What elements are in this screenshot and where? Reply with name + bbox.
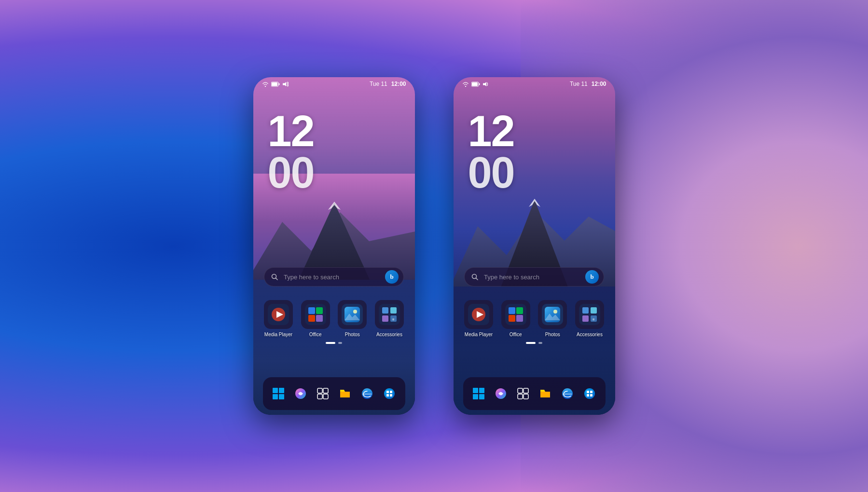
svg-rect-33	[317, 388, 322, 393]
status-time-right: Tue 11 12:00	[570, 81, 606, 87]
svg-point-83	[584, 388, 595, 399]
app-label-photos-left: Photos	[345, 332, 360, 337]
app-accessories-left[interactable]: ≡ Accessories	[373, 300, 405, 337]
svg-line-10	[276, 278, 278, 280]
taskbar-start2-right[interactable]	[580, 384, 599, 403]
taskbar-edge-left[interactable]	[358, 384, 376, 403]
app-media-player-left[interactable]: Media Player	[263, 300, 294, 337]
clock-right: 12 00	[454, 111, 615, 193]
bing-button-right[interactable]: b	[585, 270, 599, 284]
taskbar-multitask-left[interactable]	[314, 384, 332, 403]
svg-rect-81	[524, 394, 528, 399]
app-media-player-right[interactable]: Media Player	[463, 300, 495, 337]
svg-rect-87	[590, 394, 592, 396]
svg-rect-16	[316, 307, 323, 314]
app-icon-media-player-right	[464, 300, 493, 329]
svg-rect-7	[272, 82, 277, 86]
svg-rect-23	[379, 304, 400, 325]
svg-rect-36	[323, 394, 328, 399]
svg-rect-69	[582, 307, 589, 314]
svg-rect-39	[386, 391, 389, 393]
taskbar-files-right[interactable]	[536, 384, 554, 403]
clock-hours-right: 12	[468, 111, 615, 152]
wifi-icon-right	[462, 82, 469, 87]
svg-rect-68	[579, 304, 600, 325]
app-icon-accessories-left: ≡	[375, 300, 404, 329]
svg-rect-59	[505, 304, 526, 325]
svg-rect-26	[382, 315, 388, 322]
app-photos-right[interactable]: Photos	[537, 300, 568, 337]
bing-button-left[interactable]: b	[385, 270, 399, 284]
svg-marker-8	[283, 82, 286, 86]
app-label-media-player-left: Media Player	[264, 332, 292, 337]
taskbar-windows-right[interactable]	[469, 384, 488, 403]
svg-rect-31	[273, 394, 278, 399]
clock-minutes-left: 00	[268, 152, 415, 194]
svg-rect-78	[518, 388, 523, 393]
svg-text:≡: ≡	[592, 317, 595, 322]
search-bar-left[interactable]: Type here to search b	[264, 267, 404, 287]
phone-right: Tue 11 12:00 12 00 Type here to search b	[454, 77, 615, 415]
page-dot-1-right[interactable]	[526, 342, 536, 344]
app-grid-right: Media Player Office	[454, 300, 615, 337]
phone-left: Tue 11 12:00 12 00 Type here to search b	[253, 77, 415, 415]
app-label-accessories-left: Accessories	[376, 332, 402, 337]
svg-rect-85	[590, 391, 592, 393]
search-icon-right	[469, 272, 480, 282]
svg-rect-14	[305, 304, 326, 325]
svg-rect-35	[317, 394, 322, 399]
svg-text:≡: ≡	[392, 317, 395, 322]
taskbar-right	[463, 377, 606, 410]
page-dots-right	[454, 342, 615, 344]
svg-rect-6	[278, 83, 279, 85]
app-label-office-left: Office	[309, 332, 322, 337]
app-accessories-right[interactable]: ≡ Accessories	[574, 300, 605, 337]
svg-rect-84	[587, 391, 589, 393]
status-date-left: Tue 11	[370, 81, 387, 87]
taskbar-multitask-right[interactable]	[514, 384, 532, 403]
svg-marker-53	[483, 82, 486, 86]
search-placeholder-left: Type here to search	[284, 273, 381, 281]
app-icon-office-left	[301, 300, 330, 329]
taskbar-copilot-right[interactable]	[492, 384, 510, 403]
taskbar-edge-right[interactable]	[558, 384, 577, 403]
svg-point-22	[353, 310, 357, 314]
app-office-right[interactable]: Office	[500, 300, 531, 337]
status-bar-right: Tue 11 12:00	[454, 77, 615, 91]
app-label-photos-right: Photos	[545, 332, 560, 337]
svg-rect-86	[587, 394, 589, 396]
taskbar-copilot-left[interactable]	[291, 384, 310, 403]
svg-line-55	[476, 278, 478, 280]
svg-rect-60	[509, 307, 515, 314]
svg-rect-41	[386, 394, 389, 396]
svg-rect-24	[382, 307, 388, 314]
svg-rect-18	[316, 315, 323, 322]
svg-rect-51	[479, 83, 480, 85]
search-bar-right[interactable]: Type here to search b	[464, 267, 604, 287]
app-grid-left: Media Player Office	[253, 300, 415, 337]
clock-left: 12 00	[253, 111, 415, 193]
status-clock-right: 12:00	[592, 81, 606, 87]
search-icon-left	[269, 272, 280, 282]
page-dot-1-left[interactable]	[326, 342, 335, 344]
taskbar-windows-left[interactable]	[269, 384, 288, 403]
app-icon-media-player-left	[264, 300, 293, 329]
app-icon-photos-right	[538, 300, 567, 329]
status-time-left: Tue 11 12:00	[370, 81, 406, 87]
taskbar-files-left[interactable]	[336, 384, 354, 403]
svg-rect-63	[516, 315, 523, 322]
clock-hours-left: 12	[268, 111, 415, 152]
svg-rect-29	[273, 388, 278, 393]
svg-rect-32	[279, 394, 284, 399]
app-icon-office-right	[501, 300, 530, 329]
status-date-right: Tue 11	[570, 81, 588, 87]
app-photos-left[interactable]: Photos	[337, 300, 368, 337]
status-clock-left: 12:00	[391, 81, 406, 87]
taskbar-start2-left[interactable]	[380, 384, 399, 403]
page-dot-2-right[interactable]	[538, 342, 542, 344]
app-icon-accessories-right: ≡	[575, 300, 604, 329]
page-dot-2-left[interactable]	[338, 342, 342, 344]
app-office-left[interactable]: Office	[300, 300, 331, 337]
app-icon-photos-left	[338, 300, 367, 329]
battery-icon-right	[471, 82, 480, 87]
